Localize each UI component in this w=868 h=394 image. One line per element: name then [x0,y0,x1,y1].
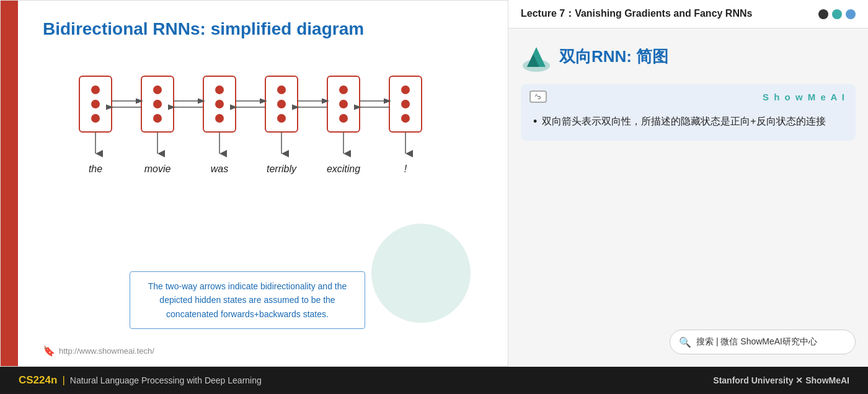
right-panel: Lecture 7：Vanishing Gradients and Fancy … [508,0,868,367]
bullet-dot: • [533,113,537,131]
annotation-icon-text: ^ↄ [535,94,542,100]
note-box: The two-way arrows indicate bidirectiona… [130,271,365,329]
chinese-title: 双向RNN: 简图 [559,46,668,68]
svg-point-15 [277,114,286,123]
svg-point-21 [401,85,410,94]
cs-label: CS224n [19,374,57,387]
svg-text:the: the [89,164,102,174]
svg-text:!: ! [404,164,407,174]
lecture-title: Lecture 7：Vanishing Gradients and Fancy … [521,7,752,20]
highlight-circle [371,224,471,323]
search-icon: 🔍 [679,336,691,348]
dot-blue [846,9,856,19]
note-text: The two-way arrows indicate bidirectiona… [148,281,347,319]
diagram-svg-container: the movie was terribly exciting ! [43,58,483,231]
footer-url: http://www.showmeai.tech/ [59,346,154,356]
chinese-title-row: 双向RNN: 简图 [521,41,856,72]
svg-point-22 [401,100,410,108]
showmeai-brand: S h o w M e A I [763,92,846,102]
svg-point-6 [153,100,162,108]
svg-point-19 [339,114,348,123]
bullet-text-1: 双向箭头表示双向性，所描述的隐藏状态是正向+反向状态的连接 [542,113,825,131]
slide-left-bar [1,1,18,366]
svg-point-9 [215,85,224,94]
dot-dark [818,9,828,19]
svg-point-14 [277,100,286,108]
bottom-right: Stanford University ✕ ShowMeAI [713,375,849,385]
dots-group [818,9,856,19]
svg-text:was: was [211,164,228,174]
mountain-icon [521,41,552,72]
bullet-point-1: • 双向箭头表示双向性，所描述的隐藏状态是正向+反向状态的连接 [533,113,843,131]
search-bar[interactable]: 🔍 搜索 | 微信 ShowMeAI研究中心 [670,330,856,354]
svg-text:exciting: exciting [327,164,360,174]
slide-panel: Bidirectional RNNs: simplified diagram [0,0,508,367]
separator: | [62,374,64,387]
bottom-bar: CS224n | Natural Language Processing wit… [0,367,868,394]
svg-point-10 [215,100,224,108]
svg-text:movie: movie [144,164,171,174]
annotation-box: ^ↄ S h o w M e A I • 双向箭头表示双向性，所描述的隐藏状态是… [521,84,856,141]
svg-point-11 [215,114,224,123]
svg-point-13 [277,85,286,94]
slide-content: Bidirectional RNNs: simplified diagram [18,1,508,366]
svg-point-1 [91,85,100,94]
dot-teal [832,9,842,19]
bottom-left: CS224n | Natural Language Processing wit… [19,374,262,387]
footer-icon: 🔖 [43,345,55,357]
svg-point-23 [401,114,410,123]
svg-point-17 [339,85,348,94]
slide-title: Bidirectional RNNs: simplified diagram [43,19,483,39]
rnn-diagram-svg: the movie was terribly exciting ! [58,58,467,231]
content-area: Bidirectional RNNs: simplified diagram [0,0,868,367]
svg-point-2 [91,100,100,108]
svg-point-5 [153,85,162,94]
course-name: Natural Language Processing with Deep Le… [70,375,262,385]
right-header: Lecture 7：Vanishing Gradients and Fancy … [508,0,868,28]
annotation-text: • 双向箭头表示双向性，所描述的隐藏状态是正向+反向状态的连接 [533,113,843,131]
svg-text:terribly: terribly [267,164,297,174]
slide-footer: 🔖 http://www.showmeai.tech/ [43,345,154,357]
search-bar-area: 🔍 搜索 | 微信 ShowMeAI研究中心 [508,317,868,367]
search-placeholder: 搜索 | 微信 ShowMeAI研究中心 [696,336,817,348]
svg-point-3 [91,114,100,123]
annotation-icon: ^ↄ [529,90,547,103]
svg-point-7 [153,114,162,123]
right-content: 双向RNN: 简图 ^ↄ S h o w M e A I • 双向箭头表示双向性… [508,28,868,317]
main-container: Bidirectional RNNs: simplified diagram [0,0,868,394]
svg-point-18 [339,100,348,108]
